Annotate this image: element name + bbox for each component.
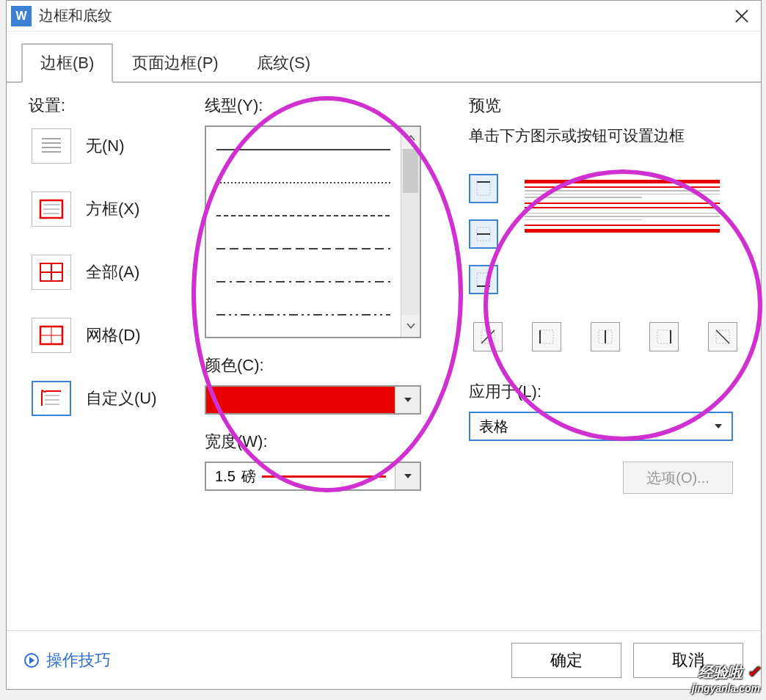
tips-link-text: 操作技巧 <box>46 649 111 671</box>
border-right-button[interactable] <box>649 322 679 351</box>
width-value: 1.5 <box>215 468 236 485</box>
line-solid[interactable] <box>216 139 390 161</box>
border-diagonal-down-icon <box>714 328 732 346</box>
line-list-inner <box>206 127 401 337</box>
apply-to-value: 表格 <box>479 417 508 437</box>
border-vertical-button[interactable] <box>591 322 620 351</box>
setting-all[interactable]: 全部(A) <box>29 252 190 293</box>
ok-button[interactable]: 确定 <box>511 643 621 678</box>
border-buttons-left <box>469 174 498 294</box>
caret-down-icon <box>404 397 412 403</box>
svg-rect-27 <box>477 273 490 286</box>
preview-text-line <box>525 219 642 221</box>
width-label: 宽度(W): <box>205 431 447 453</box>
setting-custom[interactable]: 自定义(U) <box>29 378 190 419</box>
caret-down-icon <box>404 473 412 479</box>
border-top-icon <box>475 180 492 197</box>
settings-label: 设置: <box>29 95 190 117</box>
preview-text-line <box>525 197 642 198</box>
tab-page-border[interactable]: 页面边框(P) <box>113 43 237 83</box>
style-column: 线型(Y): 颜色(C): <box>205 95 447 494</box>
scroll-track[interactable] <box>401 149 420 315</box>
svg-rect-35 <box>657 330 671 343</box>
setting-none-icon <box>32 128 71 164</box>
color-dropdown[interactable] <box>205 385 421 415</box>
color-label: 颜色(C): <box>205 354 447 376</box>
line-dashed[interactable] <box>216 238 390 260</box>
width-dropdown[interactable]: 1.5 磅 <box>205 462 421 491</box>
border-top-button[interactable] <box>469 174 498 203</box>
setting-grid[interactable]: 网格(D) <box>29 315 190 356</box>
preview-canvas[interactable] <box>516 168 729 300</box>
preview-border-mid-upper <box>525 203 720 204</box>
chevron-up-icon <box>406 135 415 141</box>
border-vertical-icon <box>597 328 614 346</box>
caret-down-icon <box>714 423 723 429</box>
preview-label: 预览 <box>469 95 746 117</box>
setting-grid-icon <box>32 318 71 353</box>
scroll-up-button[interactable] <box>401 127 420 149</box>
line-dashed-fine[interactable] <box>216 205 390 227</box>
preview-border-bottom-inner <box>525 225 720 226</box>
preview-column: 预览 单击下方图示或按钮可设置边框 <box>462 95 746 494</box>
color-swatch <box>206 387 395 413</box>
apply-to-section: 应用于(L): 表格 选项(O)... <box>469 381 746 494</box>
tab-shading[interactable]: 底纹(S) <box>238 43 329 83</box>
setting-custom-label: 自定义(U) <box>86 387 157 409</box>
setting-grid-label: 网格(D) <box>86 324 141 346</box>
line-dash-dot[interactable] <box>216 271 390 293</box>
preview-area <box>469 168 746 351</box>
apply-to-label: 应用于(L): <box>469 381 746 403</box>
dialog-footer: 操作技巧 确定 取消 <box>7 630 761 689</box>
preview-hint: 单击下方图示或按钮可设置边框 <box>469 125 746 146</box>
dialog-title: 边框和底纹 <box>39 6 112 26</box>
width-dropdown-arrow[interactable] <box>395 463 420 489</box>
titlebar: W 边框和底纹 <box>7 1 761 32</box>
preview-text-line <box>525 213 720 214</box>
app-icon: W <box>11 6 32 26</box>
border-left-button[interactable] <box>532 322 561 351</box>
svg-line-30 <box>481 330 495 343</box>
border-horizontal-button[interactable] <box>469 219 498 249</box>
scroll-down-button[interactable] <box>401 315 420 337</box>
border-bottom-button[interactable] <box>469 265 498 294</box>
border-buttons-bottom <box>473 322 746 351</box>
border-diagonal-down-button[interactable] <box>708 322 737 351</box>
close-button[interactable] <box>727 1 756 31</box>
setting-box[interactable]: 方框(X) <box>29 189 190 230</box>
checkmark-icon: ✓ <box>747 663 760 681</box>
setting-box-icon <box>32 192 71 227</box>
setting-box-label: 方框(X) <box>86 198 139 220</box>
setting-custom-icon <box>32 381 71 416</box>
watermark-text-bottom: jingyanla.com <box>692 682 760 694</box>
line-scrollbar[interactable] <box>401 127 420 337</box>
preview-text-line <box>525 190 720 192</box>
setting-none-label: 无(N) <box>86 135 125 157</box>
color-dropdown-arrow[interactable] <box>395 387 420 413</box>
preview-border-top-outer <box>525 180 720 183</box>
scroll-thumb[interactable] <box>403 149 418 193</box>
svg-rect-31 <box>540 330 553 343</box>
preview-border-mid-lower <box>525 207 720 208</box>
play-icon <box>24 653 39 668</box>
line-dotted[interactable] <box>216 172 390 194</box>
preview-text-line <box>525 216 720 217</box>
width-sample-line <box>262 475 386 478</box>
tabs: 边框(B) 页面边框(P) 底纹(S) <box>7 32 761 83</box>
width-unit: 磅 <box>241 467 256 486</box>
apply-to-dropdown[interactable]: 表格 <box>469 412 733 441</box>
watermark-text-top: 经验啦 <box>698 664 743 680</box>
dialog-body: 设置: 无(N) 方框(X) 全部(A) <box>7 83 761 494</box>
line-dash-dot-dot[interactable] <box>216 304 390 326</box>
border-right-icon <box>655 328 673 346</box>
setting-none[interactable]: 无(N) <box>29 125 190 167</box>
border-diagonal-icon <box>479 328 497 346</box>
preview-border-top-inner <box>525 186 720 188</box>
setting-all-label: 全部(A) <box>86 261 139 283</box>
line-style-list[interactable] <box>205 125 421 338</box>
watermark: 经验啦 ✓ jingyanla.com <box>692 663 760 694</box>
border-diagonal-button[interactable] <box>473 322 503 351</box>
tips-link[interactable]: 操作技巧 <box>24 649 111 671</box>
chevron-down-icon <box>406 323 415 329</box>
tab-border[interactable]: 边框(B) <box>21 43 113 83</box>
